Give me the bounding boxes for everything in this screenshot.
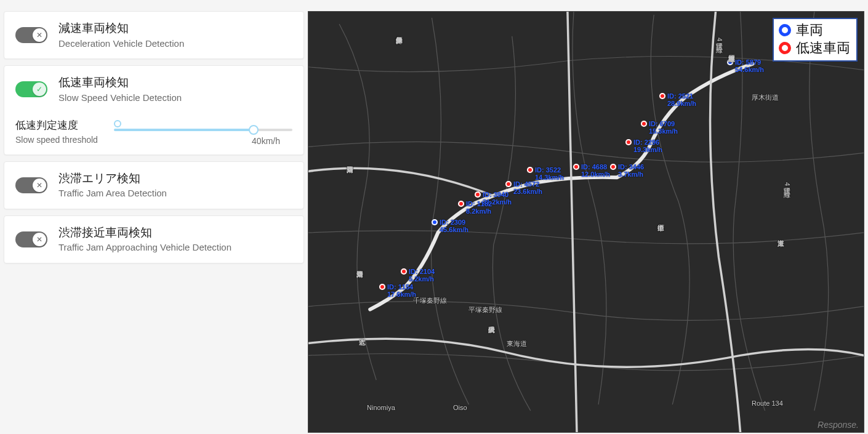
card-slow-speed-detection: ✓ 低速車両検知 Slow Speed Vehicle Detection 低速… bbox=[4, 65, 304, 155]
label-en: Traffic Jam Approaching Vehicle Detectio… bbox=[58, 241, 231, 254]
legend-vehicle-label: 車両 bbox=[796, 22, 823, 39]
card-traffic-jam-approaching-detection: ✕ 渋滞接近車両検知 Traffic Jam Approaching Vehic… bbox=[4, 215, 304, 263]
vehicle-marker[interactable] bbox=[379, 284, 385, 290]
vehicle-marker[interactable] bbox=[625, 139, 632, 145]
label-jp: 減速車両検知 bbox=[58, 20, 184, 36]
road-label: 環状4号線 bbox=[715, 38, 724, 41]
svg-rect-0 bbox=[308, 12, 864, 432]
vehicle-marker[interactable] bbox=[659, 93, 665, 99]
watermark: Response. bbox=[818, 420, 859, 430]
slider-label-jp: 低速判定速度 bbox=[15, 119, 98, 133]
road-label: Ninomiya bbox=[367, 404, 395, 411]
road-label: Oiso bbox=[453, 404, 467, 411]
vehicle-label: ID: 352214.3km/h bbox=[535, 166, 564, 181]
check-icon: ✓ bbox=[33, 82, 46, 96]
vehicle-marker[interactable] bbox=[641, 121, 647, 127]
slider-label-en: Slow speed threshold bbox=[15, 134, 98, 146]
card-traffic-jam-area-detection: ✕ 渋滞エリア検知 Traffic Jam Area Detection bbox=[4, 161, 304, 209]
slow-vehicle-dot-icon bbox=[779, 42, 791, 54]
vehicle-marker[interactable] bbox=[505, 181, 512, 187]
road-label: 千塚秦野線 bbox=[413, 296, 447, 305]
road-label: 環状4号線 bbox=[782, 182, 792, 186]
close-icon: ✕ bbox=[33, 233, 46, 246]
vehicle-marker[interactable] bbox=[475, 191, 481, 198]
road-label: 東海道 bbox=[507, 339, 527, 348]
close-icon: ✕ bbox=[33, 179, 46, 192]
label-jp: 渋滞接近車両検知 bbox=[58, 225, 231, 241]
legend-row-slow-vehicle: 低速車両 bbox=[779, 39, 850, 57]
vehicle-marker[interactable] bbox=[458, 201, 464, 207]
slider-start-dot bbox=[114, 120, 121, 127]
map-roads-svg bbox=[308, 12, 864, 432]
vehicle-label: ID: 230945.6km/h bbox=[440, 219, 468, 233]
road-label: Route 134 bbox=[752, 400, 783, 407]
label-en: Slow Speed Vehicle Detection bbox=[58, 92, 182, 104]
vehicle-label: ID: 11828.2km/h bbox=[466, 200, 492, 215]
vehicle-dot-icon bbox=[779, 24, 791, 36]
close-icon: ✕ bbox=[33, 28, 46, 42]
road-label: 平塚秦野線 bbox=[468, 305, 502, 315]
label-jp: 低速車両検知 bbox=[58, 74, 182, 90]
settings-sidebar: ✕ 減速車両検知 Deceleration Vehicle Detection … bbox=[0, 0, 308, 434]
label-en: Traffic Jam Area Detection bbox=[58, 187, 167, 199]
vehicle-label: ID: 457223.6km/h bbox=[513, 180, 542, 195]
vehicle-marker[interactable] bbox=[610, 164, 616, 170]
vehicle-marker[interactable] bbox=[401, 268, 407, 275]
map-legend: 車両 低速車両 bbox=[773, 18, 858, 62]
vehicle-label: ID: 229619.3km/h bbox=[633, 139, 662, 153]
vehicle-label: ID: 21045.2km/h bbox=[409, 268, 435, 283]
vehicle-marker[interactable] bbox=[432, 219, 438, 225]
vehicle-marker[interactable] bbox=[573, 164, 579, 170]
road-label: 厚木街道 bbox=[752, 93, 779, 102]
legend-row-vehicle: 車両 bbox=[779, 22, 850, 39]
slow-speed-threshold-slider[interactable] bbox=[114, 129, 292, 131]
card-deceleration-detection: ✕ 減速車両検知 Deceleration Vehicle Detection bbox=[4, 11, 304, 59]
legend-slow-vehicle-label: 低速車両 bbox=[796, 39, 850, 57]
label-jp: 渋滞エリア検知 bbox=[58, 171, 167, 187]
map-canvas[interactable]: ID: 587954.6km/hID: 252128.9km/hID: 6709… bbox=[308, 11, 864, 433]
vehicle-label: ID: 115417.6km/h bbox=[387, 283, 416, 298]
vehicle-label: ID: 587954.6km/h bbox=[735, 58, 764, 73]
vehicle-marker[interactable] bbox=[727, 59, 733, 65]
vehicle-marker[interactable] bbox=[527, 167, 533, 173]
toggle-traffic-jam-area[interactable]: ✕ bbox=[15, 177, 47, 193]
vehicle-label: ID: 670915.3km/h bbox=[649, 120, 678, 135]
toggle-slow-speed-detection[interactable]: ✓ bbox=[15, 81, 47, 97]
toggle-deceleration-detection[interactable]: ✕ bbox=[15, 27, 47, 43]
label-en: Deceleration Vehicle Detection bbox=[58, 38, 184, 50]
vehicle-label: ID: 252128.9km/h bbox=[667, 92, 696, 107]
toggle-traffic-jam-approaching[interactable]: ✕ bbox=[15, 231, 47, 247]
slider-value-display: 40km/h bbox=[114, 136, 292, 146]
vehicle-label: ID: 468812.0km/h bbox=[581, 163, 610, 178]
vehicle-label: ID: 34463.7km/h bbox=[618, 163, 644, 178]
